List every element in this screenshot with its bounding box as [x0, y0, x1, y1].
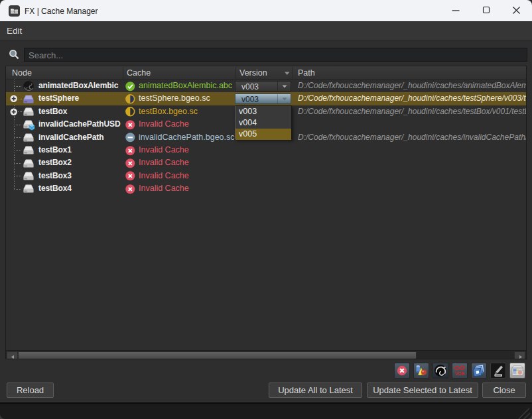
svg-text:VDB: VDB: [455, 371, 465, 376]
